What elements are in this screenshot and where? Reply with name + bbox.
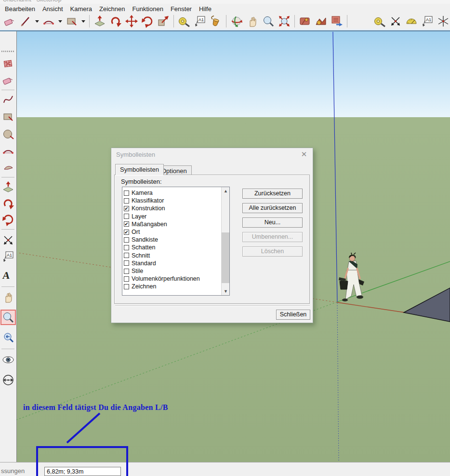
eraser-icon[interactable] xyxy=(3,14,16,28)
checkbox-unchecked-icon[interactable] xyxy=(124,253,129,258)
rotate-icon[interactable] xyxy=(1,213,15,226)
dialog-close-icon[interactable]: ✕ xyxy=(299,150,309,159)
text-icon[interactable]: A1 xyxy=(193,14,207,28)
eraser-icon[interactable] xyxy=(1,73,15,87)
push-pull-icon[interactable] xyxy=(1,180,15,194)
dialog-button-zurücksetzen[interactable]: Zurücksetzen xyxy=(242,189,303,199)
toolbars-listbox[interactable]: KameraKlassifikator✔KonstruktionLayer✔Ma… xyxy=(122,187,230,296)
menu-kamera[interactable]: Kamera xyxy=(70,5,93,13)
checkbox-unchecked-icon[interactable] xyxy=(124,269,129,274)
checkbox-unchecked-icon[interactable] xyxy=(124,237,129,243)
pan-icon[interactable] xyxy=(246,14,259,28)
checkbox-unchecked-icon[interactable] xyxy=(124,214,129,219)
toolbar-drag-handle[interactable] xyxy=(1,51,14,52)
toolbar-list-item[interactable]: Layer xyxy=(122,213,221,220)
dialog-button-neu-[interactable]: Neu... xyxy=(242,218,303,228)
checkbox-unchecked-icon[interactable] xyxy=(124,276,129,282)
freehand-icon[interactable] xyxy=(1,93,15,106)
zoom-extents-icon[interactable] xyxy=(278,14,291,28)
follow-me-icon[interactable] xyxy=(1,197,15,210)
scale-icon[interactable] xyxy=(157,14,170,28)
statusbar-label: ssungen xyxy=(1,467,25,475)
toolbar-list-item[interactable]: Kamera xyxy=(122,189,221,197)
schliessen-button[interactable]: Schließen xyxy=(276,310,310,320)
zoom-icon[interactable] xyxy=(262,14,275,28)
pie-icon[interactable] xyxy=(1,160,15,173)
toolbar-separator xyxy=(89,15,90,27)
toolbar-list-item[interactable]: Volumenkörperfunktionen xyxy=(122,275,221,283)
arc-tool-icon[interactable] xyxy=(1,144,15,157)
chevron-down-icon[interactable] xyxy=(81,20,85,23)
tab-symbolleisten[interactable]: Symbolleisten xyxy=(115,164,164,175)
line-tool-icon[interactable] xyxy=(19,14,32,28)
walk-icon[interactable] xyxy=(1,373,15,387)
dimension-icon[interactable] xyxy=(389,14,402,28)
menu-funktionen[interactable]: Funktionen xyxy=(132,5,163,13)
menu-fenster[interactable]: Fenster xyxy=(171,5,192,13)
toolbar-list-item[interactable]: Sandkiste xyxy=(122,236,221,244)
toolbar-list-item[interactable]: ✔Konstruktion xyxy=(122,204,221,212)
push-pull-icon[interactable] xyxy=(93,14,106,28)
shape-tool-icon[interactable] xyxy=(1,110,15,123)
toolbar-list-item-label: Volumenkörperfunktionen xyxy=(132,275,200,282)
measurements-input[interactable] xyxy=(44,467,121,476)
checkbox-checked-icon[interactable]: ✔ xyxy=(124,206,129,211)
menu-zeichnen[interactable]: Zeichnen xyxy=(99,5,125,13)
scrollbar-thumb[interactable] xyxy=(222,232,230,283)
follow-me-icon[interactable] xyxy=(109,14,122,28)
pan-icon[interactable] xyxy=(1,290,15,304)
toolbar-list-item[interactable]: Schnitt xyxy=(122,252,221,259)
toolbar-list-item[interactable]: ✔Ort xyxy=(122,228,221,236)
3d-text-icon[interactable]: A xyxy=(1,268,15,281)
checkbox-unchecked-icon[interactable] xyxy=(124,260,129,266)
toolbar-group-4 xyxy=(230,14,291,28)
dimension-icon[interactable] xyxy=(1,233,15,247)
toolbar-list-item[interactable]: Standard xyxy=(122,259,221,267)
menu-hilfe[interactable]: Hilfe xyxy=(199,5,212,13)
chevron-down-icon[interactable] xyxy=(58,20,62,23)
checkbox-unchecked-icon[interactable] xyxy=(124,190,129,196)
tape-measure-icon[interactable] xyxy=(373,14,386,28)
toolbar-separator xyxy=(173,15,174,27)
look-around-icon[interactable] xyxy=(1,353,15,367)
dialog-titlebar[interactable]: Symbolleisten ✕ xyxy=(111,148,313,161)
scroll-up-button[interactable]: ▲ xyxy=(222,187,230,195)
listbox-scrollbar[interactable]: ▲ ▼ xyxy=(221,187,229,295)
checkbox-checked-icon[interactable]: ✔ xyxy=(124,230,129,235)
toolbar-list-item[interactable]: Zeichnen xyxy=(122,283,221,290)
rotate-icon[interactable] xyxy=(141,14,154,28)
zoom-previous-icon[interactable] xyxy=(1,331,15,344)
checkbox-unchecked-icon[interactable] xyxy=(124,284,129,289)
move-icon[interactable] xyxy=(125,14,138,28)
add-location-icon[interactable] xyxy=(298,14,312,28)
circle-tool-icon[interactable] xyxy=(1,127,15,141)
axes-icon[interactable] xyxy=(437,14,450,28)
toolbar-list-item-label: Konstruktion xyxy=(132,205,165,212)
partial-icon[interactable] xyxy=(1,31,15,41)
orbit-icon[interactable] xyxy=(230,14,243,28)
tape-measure-icon[interactable] xyxy=(177,14,191,28)
toolbar-list-item[interactable]: Stile xyxy=(122,267,221,275)
text-icon[interactable]: A1 xyxy=(1,250,15,263)
checkbox-checked-icon[interactable]: ✔ xyxy=(124,221,129,227)
menu-ansicht[interactable]: Ansicht xyxy=(42,5,63,13)
dialog-button-alle-zurücksetzen[interactable]: Alle zurücksetzen xyxy=(242,203,303,213)
dialog-button-löschen: Löschen xyxy=(242,246,303,257)
menu-bearbeiten[interactable]: Bearbeiten xyxy=(5,5,35,13)
checkbox-unchecked-icon[interactable] xyxy=(124,198,129,204)
text-icon[interactable]: A1 xyxy=(421,14,434,28)
checkbox-unchecked-icon[interactable] xyxy=(124,245,129,250)
chevron-down-icon[interactable] xyxy=(35,20,39,23)
protractor-icon[interactable] xyxy=(405,14,418,28)
toolbar-list-item[interactable]: Klassifikator xyxy=(122,197,221,204)
toolbar-list-item[interactable]: Schatten xyxy=(122,244,221,251)
toggle-terrain-icon[interactable] xyxy=(314,14,328,28)
scroll-down-button[interactable]: ▼ xyxy=(222,287,230,295)
shape-tool-icon[interactable] xyxy=(65,14,79,28)
arc-tool-icon[interactable] xyxy=(42,14,55,28)
paint-bucket-icon[interactable] xyxy=(209,14,223,28)
make-component-icon[interactable] xyxy=(1,57,15,70)
zoom-icon[interactable] xyxy=(1,311,15,324)
toolbar-list-item[interactable]: ✔Maßangaben xyxy=(122,220,221,228)
photo-textures-icon[interactable] xyxy=(330,14,344,28)
